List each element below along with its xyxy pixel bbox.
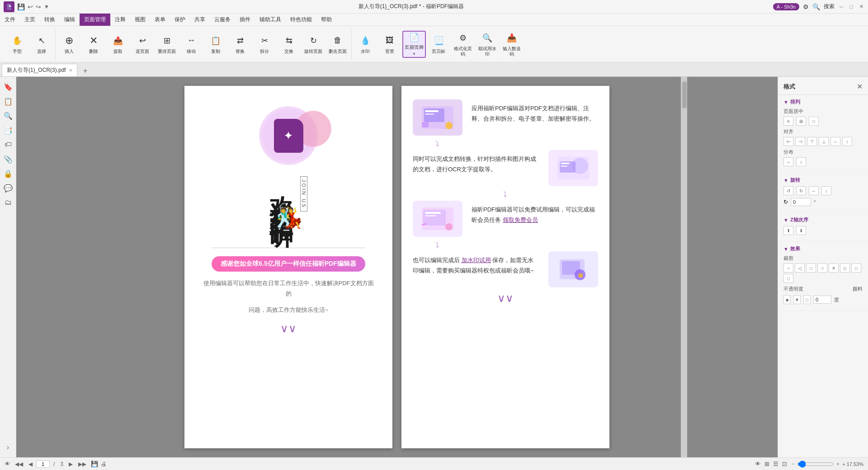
crop-diamond-button[interactable]: ◇ (840, 263, 850, 273)
feature-link-2[interactable]: 加水印试用 (462, 257, 491, 263)
menu-view[interactable]: 视图 (130, 14, 150, 26)
crop-x-button[interactable]: ✕ (829, 263, 839, 273)
scroll-rail[interactable] (681, 77, 687, 457)
menu-file[interactable]: 文件 (0, 14, 20, 26)
align-bottom-button[interactable]: ↕ (842, 137, 852, 146)
sidebar-icon-attachment[interactable]: 📎 (2, 153, 14, 165)
tool-split[interactable]: ✂ 拆分 (253, 31, 276, 58)
tool-extract[interactable]: 📤 提取 (106, 31, 130, 58)
sidebar-icon-layers[interactable]: 📑 (2, 124, 14, 136)
tool-swap[interactable]: ⇆ 交换 (277, 31, 301, 58)
tool-delete[interactable]: ✕ 删除 (82, 31, 105, 58)
menu-tools[interactable]: 辅助工具 (255, 14, 286, 26)
tool-select[interactable]: ↖ 选择 (30, 31, 53, 58)
align-left-button[interactable]: ⊢ (783, 137, 793, 146)
search-icon[interactable]: 🔍 (812, 3, 820, 10)
tool-pagebyte[interactable]: 📃 页贝标 (427, 31, 450, 58)
menu-share[interactable]: 共享 (190, 14, 210, 26)
quick-access-icon[interactable]: 💾 (17, 3, 25, 10)
opacity-rect-button[interactable]: □ (803, 295, 811, 304)
menu-plugin[interactable]: 插件 (235, 14, 255, 26)
tool-copy[interactable]: 📋 复制 (204, 31, 227, 58)
tool-insert[interactable]: ⊕ 插入 (57, 31, 81, 58)
tool-reverse[interactable]: ↩ 逆页面 (131, 31, 154, 58)
quick-access-icon3[interactable]: ↪ (36, 3, 41, 10)
tool-resort[interactable]: ⊞ 重排页面 (155, 31, 179, 58)
menu-edit[interactable]: 编辑 (60, 14, 80, 26)
sidebar-icon-security[interactable]: 🔒 (2, 167, 14, 180)
save-icon[interactable]: 💾 (91, 461, 98, 467)
tool-input[interactable]: 📥 输入数送码 (500, 31, 524, 58)
menu-cloud[interactable]: 云服务 (210, 14, 235, 26)
view-icon-4[interactable]: ⊡ (782, 461, 787, 467)
tab-close-button[interactable]: ✕ (69, 68, 72, 73)
user-badge[interactable]: A - Sh3n (773, 3, 799, 10)
crop-custom2-button[interactable]: □ (783, 274, 793, 283)
page-number-input[interactable] (36, 461, 50, 468)
menu-home[interactable]: 主页 (20, 14, 40, 26)
sidebar-icon-pages[interactable]: 📋 (2, 95, 14, 108)
tab-active[interactable]: 新人引导(1)_OCR(3).pdf ✕ (2, 64, 77, 76)
crop-rect-button[interactable]: □ (806, 263, 816, 273)
tab-add-button[interactable]: + (80, 66, 91, 76)
tool-format-page[interactable]: ⚙ 格式化页码 (451, 31, 475, 58)
align-right-button[interactable]: ⊤ (807, 137, 817, 146)
pdf-viewer[interactable]: ✦ 欢迎来到福昕 JOIN US 🍃 🕺 💃 感谢您如全球6.5亿用户一样信任福… (16, 77, 778, 457)
tool-replace[interactable]: ⇄ 替换 (228, 31, 252, 58)
sidebar-icon-expand[interactable]: › (2, 441, 14, 454)
view-icon-2[interactable]: ⊞ (764, 461, 769, 467)
rotate-cw-button[interactable]: ↻ (796, 186, 806, 195)
tool-watermark[interactable]: 💧 水印 (354, 31, 377, 58)
align-center-button[interactable]: ⊣ (795, 137, 805, 146)
view-icon-3[interactable]: ☰ (773, 461, 778, 467)
tool-delete-page[interactable]: 🗑 删去页面 (326, 31, 349, 58)
print-icon[interactable]: 🖨 (101, 461, 107, 467)
crop-arrow-button[interactable]: ◁ (795, 263, 805, 273)
menu-features[interactable]: 特色功能 (286, 14, 316, 26)
menu-annotation[interactable]: 注释 (110, 14, 130, 26)
quick-access-more[interactable]: ▼ (44, 4, 49, 10)
settings-icon[interactable]: ⚙ (803, 3, 809, 10)
minimize-button[interactable]: ─ (838, 4, 844, 10)
align-top-button[interactable]: ⊥ (819, 137, 829, 146)
menu-protect[interactable]: 保护 (170, 14, 190, 26)
sidebar-icon-tags[interactable]: 🏷 (2, 138, 14, 151)
send-backward-button[interactable]: ⬇ (796, 226, 806, 235)
distribute-v-button[interactable]: ↕ (796, 157, 806, 166)
crop-circle-button[interactable]: ○ (783, 263, 793, 273)
tool-rotate-page[interactable]: ↻ 旋转页面 (302, 31, 325, 58)
menu-form[interactable]: 表单 (150, 14, 170, 26)
view-icon-1[interactable]: 👁 (755, 461, 761, 467)
rotate-ccw-button[interactable]: ↺ (783, 186, 793, 195)
align-middle-button[interactable]: ↔ (830, 137, 840, 146)
tool-hand[interactable]: ✋ 手型 (5, 31, 29, 58)
crop-star-button[interactable]: ☆ (817, 263, 827, 273)
opacity-color-button[interactable]: ■ (783, 295, 791, 304)
menu-convert[interactable]: 转换 (40, 14, 60, 26)
sidebar-icon-folder[interactable]: 🗂 (2, 196, 14, 209)
sidebar-icon-bookmark[interactable]: 🔖 (2, 80, 14, 93)
zoom-slider[interactable] (797, 461, 834, 468)
flip-h-button[interactable]: ↔ (809, 186, 819, 195)
opacity-down-button[interactable]: ▼ (793, 295, 801, 304)
maximize-button[interactable]: □ (848, 4, 854, 10)
center-h-button[interactable]: ≡ (783, 117, 793, 126)
quick-access-icon2[interactable]: ↩ (28, 3, 33, 10)
center-both-button[interactable]: □ (809, 117, 819, 126)
feature-link-1[interactable]: 领取免费会员 (503, 216, 538, 223)
last-page-button[interactable]: ▶▶ (76, 460, 88, 468)
scroll-thumb[interactable] (682, 81, 687, 108)
search-label[interactable]: 搜索 (824, 3, 835, 10)
tool-header-footer[interactable]: 📄 页眉/页脚 ▼ (402, 31, 426, 58)
zoom-out-button[interactable]: － (791, 461, 796, 467)
sidebar-icon-comment[interactable]: 💬 (2, 182, 14, 194)
rotation-angle-input[interactable] (791, 198, 811, 206)
tool-move[interactable]: ↔ 移动 (179, 31, 203, 58)
next-page-button[interactable]: ▶ (67, 460, 75, 468)
center-v-button[interactable]: ⊞ (796, 117, 806, 126)
zoom-in-button[interactable]: ＋ (835, 461, 840, 467)
tool-ocr-watermark[interactable]: 🔍 聪试用水印 (476, 31, 499, 58)
bring-forward-button[interactable]: ⬆ (783, 226, 793, 235)
panel-close-button[interactable]: ✕ (857, 82, 863, 91)
menu-help[interactable]: 帮助 (316, 14, 336, 26)
